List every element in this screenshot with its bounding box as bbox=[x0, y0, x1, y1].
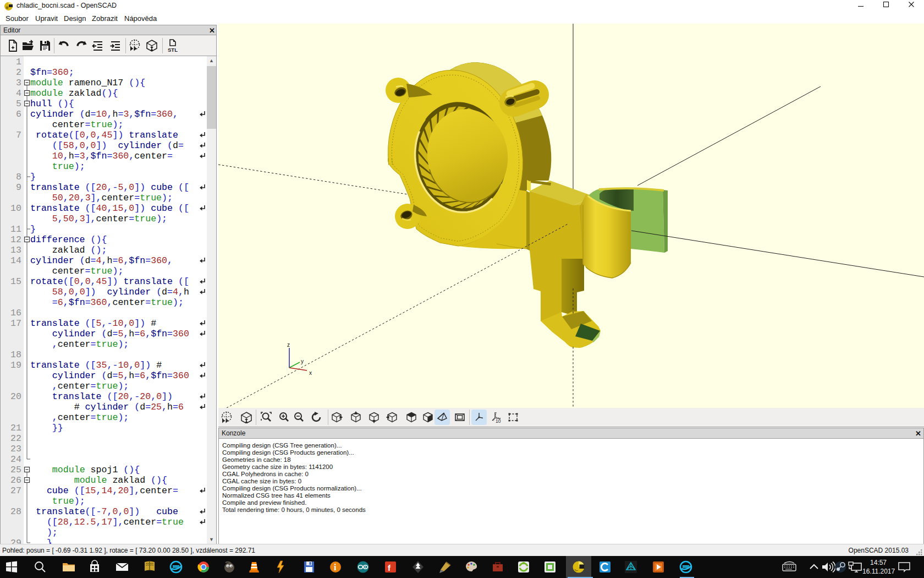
svg-text:10: 10 bbox=[496, 418, 501, 423]
svg-text:y: y bbox=[301, 358, 304, 364]
svg-text:i: i bbox=[334, 563, 337, 572]
svg-text:x: x bbox=[309, 370, 312, 376]
svg-text:STL: STL bbox=[168, 47, 178, 52]
svg-text:z: z bbox=[287, 342, 290, 348]
